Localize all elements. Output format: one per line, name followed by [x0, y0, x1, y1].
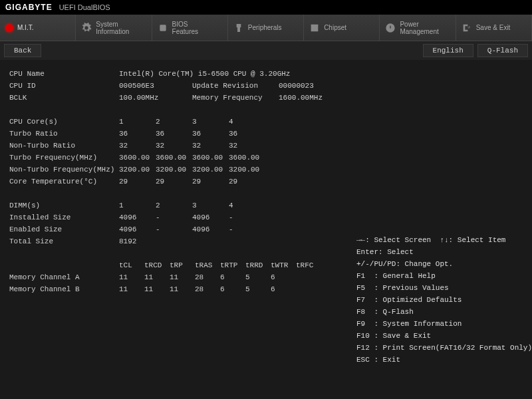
- col: tWTR: [271, 259, 296, 271]
- usb-icon: [233, 23, 244, 33]
- help-hint: →←: Select Screen ↑↓: Select Item: [356, 234, 523, 246]
- label: Non-Turbo Ratio: [9, 140, 119, 152]
- toolbar: Back English Q-Flash: [0, 41, 532, 60]
- nav-label: Peripherals: [248, 24, 282, 31]
- nav-save-exit[interactable]: Save & Exit: [456, 15, 532, 41]
- help-hint: F5 : Previous Values: [356, 282, 523, 294]
- value: 3600.00: [229, 152, 265, 164]
- help-hint: F9 : System Information: [356, 318, 523, 330]
- value: Intel(R) Core(TM) i5-6500 CPU @ 3.20GHz: [119, 68, 290, 80]
- data-row: Turbo Frequency(MHz)3600.003600.003600.0…: [9, 152, 356, 164]
- col: tCL: [119, 259, 144, 271]
- nav-label: M.I.T.: [17, 24, 33, 31]
- label: Enabled Size: [9, 223, 119, 235]
- value: 6: [220, 271, 245, 283]
- label: Memory Frequency: [192, 92, 279, 104]
- help-hint: Enter: Select: [356, 246, 523, 258]
- value: 5: [245, 271, 271, 283]
- chip-icon: [158, 23, 168, 33]
- app-header: GIGABYTE UEFI DualBIOS: [0, 0, 532, 15]
- data-row: Turbo Ratio36363636: [9, 128, 356, 140]
- value: 4096: [192, 223, 229, 235]
- svg-rect-0: [160, 25, 166, 31]
- col: 1: [119, 116, 156, 128]
- label: DIMM(s): [9, 200, 119, 211]
- data-row: Installed Size4096-4096-: [9, 211, 356, 223]
- value: 4096: [192, 211, 229, 223]
- nav-system-info[interactable]: System Information: [76, 15, 152, 41]
- col: 3: [192, 116, 229, 128]
- nav-chipset[interactable]: Chipset: [304, 15, 380, 41]
- value: 3600.00: [156, 152, 192, 164]
- value: 32: [192, 140, 229, 152]
- logo: GIGABYTE: [5, 3, 53, 12]
- value: 3200.00: [192, 164, 229, 176]
- data-row: Memory Channel A11111128656: [9, 271, 356, 283]
- col: tRCD: [144, 259, 170, 271]
- data-row: Core Temperature(°C)29292929: [9, 176, 356, 188]
- data-row: Memory Channel B11111128656: [9, 283, 356, 295]
- col: 3: [192, 200, 229, 211]
- value: 36: [156, 128, 192, 140]
- value: -: [229, 223, 265, 235]
- subtitle: UEFI DualBIOS: [59, 3, 110, 11]
- value: 36: [192, 128, 229, 140]
- nav-power[interactable]: Power Management: [380, 15, 456, 41]
- value: 3200.00: [119, 164, 156, 176]
- value: 6: [220, 283, 245, 295]
- value: 8192: [119, 235, 136, 247]
- power-icon: [385, 23, 396, 33]
- gear-icon: [81, 23, 92, 33]
- label: Update Revision: [192, 80, 279, 92]
- label: BCLK: [9, 92, 119, 104]
- label: Core Temperature(°C): [9, 176, 119, 188]
- language-button[interactable]: English: [423, 44, 473, 57]
- label: Installed Size: [9, 211, 119, 223]
- col: tRTP: [220, 259, 245, 271]
- value: [296, 283, 321, 295]
- value: 28: [195, 271, 220, 283]
- nav-peripherals[interactable]: Peripherals: [228, 15, 304, 41]
- value: 29: [192, 176, 229, 188]
- value: 11: [170, 283, 195, 295]
- help-hint: F1 : General Help: [356, 270, 523, 282]
- help-hint: F7 : Optimized Defaults: [356, 294, 523, 306]
- nav-label: BIOS Features: [172, 21, 198, 35]
- col: 4: [229, 116, 265, 128]
- label: CPU Core(s): [9, 116, 119, 128]
- value: 32: [229, 140, 265, 152]
- value: 32: [119, 140, 156, 152]
- bclk-row: BCLK 100.00MHz Memory Frequency 1600.00M…: [9, 92, 356, 104]
- col: tRFC: [296, 259, 321, 271]
- nav-label: Chipset: [324, 24, 346, 31]
- col: tRAS: [195, 259, 220, 271]
- svg-rect-1: [311, 24, 319, 31]
- cpu-id-row: CPU ID 000506E3 Update Revision 00000023: [9, 80, 356, 92]
- nav-mit[interactable]: M.I.T.: [0, 15, 76, 41]
- label: Turbo Frequency(MHz): [9, 152, 119, 164]
- value: 11: [144, 271, 170, 283]
- value: 000506E3: [119, 80, 192, 92]
- value: 29: [119, 176, 156, 188]
- value: 4096: [119, 211, 156, 223]
- back-button[interactable]: Back: [4, 44, 41, 57]
- value: 00000023: [279, 80, 314, 92]
- help-hint: +/-/PU/PD: Change Opt.: [356, 258, 523, 270]
- value: -: [156, 223, 192, 235]
- nav-label: Power Management: [400, 21, 438, 35]
- value: 29: [156, 176, 192, 188]
- value: 36: [229, 128, 265, 140]
- qflash-button[interactable]: Q-Flash: [477, 44, 528, 57]
- cpu-name-row: CPU Name Intel(R) Core(TM) i5-6500 CPU @…: [9, 68, 356, 80]
- col: tRP: [170, 259, 195, 271]
- col: 1: [119, 200, 156, 211]
- top-nav: M.I.T. System Information BIOS Features …: [0, 15, 532, 41]
- value: 29: [229, 176, 265, 188]
- nav-bios-features[interactable]: BIOS Features: [152, 15, 228, 41]
- value: -: [156, 211, 192, 223]
- value: 6: [271, 283, 296, 295]
- data-row: Non-Turbo Ratio32323232: [9, 140, 356, 152]
- label: Total Size: [9, 235, 119, 247]
- value: 4096: [119, 223, 156, 235]
- core-header-row: CPU Core(s) 1 2 3 4: [9, 116, 356, 128]
